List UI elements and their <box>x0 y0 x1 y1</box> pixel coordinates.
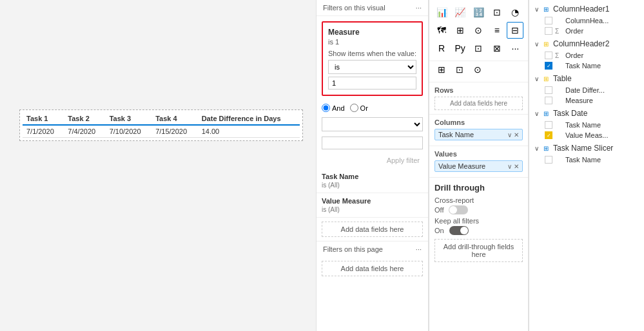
viz-icon-more[interactable]: ··· <box>507 40 523 57</box>
table-icon5: ⊞ <box>542 144 551 153</box>
field-item-taskname2[interactable]: ✓ Task Name <box>529 61 644 71</box>
field-checkbox-order1[interactable] <box>545 27 552 35</box>
field-item-taskname3[interactable]: Task Name <box>529 120 644 130</box>
rows-add-fields[interactable]: Add data fields here <box>434 97 523 110</box>
viz-icon-waterfall[interactable]: ⊡ <box>470 40 487 57</box>
sigma-icon-order2: Σ <box>555 52 563 59</box>
field-checkbox-taskname4[interactable] <box>545 156 552 164</box>
cross-report-toggle-row: Off <box>434 205 523 214</box>
field-checkbox-taskname2[interactable]: ✓ <box>545 62 552 70</box>
and-radio-label[interactable]: And <box>322 104 345 112</box>
chevron-down-icon3: ∨ <box>534 75 539 82</box>
apply-filter-button[interactable]: Apply filter <box>322 155 423 166</box>
viz-icon-funnel[interactable]: ⊞ <box>452 22 469 39</box>
field-checkbox-taskname3[interactable] <box>545 121 552 129</box>
viz-icon-map[interactable]: 🗺 <box>433 22 450 39</box>
value-measure-filter-sub: is (All) <box>322 206 423 213</box>
field-group-table: ∨ ⊞ Table Date Differ... Measure <box>529 72 644 106</box>
drill-through-section: Drill through Cross-report Off Keep all … <box>429 177 528 267</box>
field-name-order1: Order <box>565 27 583 35</box>
field-item-valuemeas[interactable]: ✓ Value Meas... <box>529 130 644 140</box>
field-group-taskdate-label: Task Date <box>553 109 587 118</box>
cross-report-toggle[interactable] <box>449 205 468 214</box>
field-name-order2: Order <box>565 52 583 59</box>
viz-icon-slicer[interactable]: ⊞ <box>433 61 450 78</box>
task-name-filter-section: Task Name is (All) <box>317 169 428 193</box>
measure-filter-subtitle: is 1 <box>328 38 416 46</box>
value-measure-filter-section: Value Measure is (All) <box>317 193 428 218</box>
field-item-measure[interactable]: Measure <box>529 95 644 106</box>
viz-icon-stacked-bar[interactable]: 📊 <box>433 4 450 21</box>
operator-select[interactable]: is is not is less than is greater than i… <box>328 60 416 74</box>
viz-icon-shape[interactable]: ⊠ <box>489 40 505 57</box>
col-task4: Task 4 <box>151 113 198 125</box>
viz-icon-area[interactable]: 🔢 <box>470 4 487 21</box>
field-group-columnheader1-header[interactable]: ∨ ⊞ ColumnHeader1 <box>529 3 644 15</box>
field-checkbox-columnhea[interactable] <box>545 17 552 24</box>
col-task1: Task 1 <box>23 113 64 125</box>
field-checkbox-datediff[interactable] <box>545 86 552 94</box>
task-name-filter-sub: is (All) <box>322 182 423 189</box>
chevron-down-icon: ∨ <box>534 6 539 13</box>
table-row: 7/1/2020 7/4/2020 7/10/2020 7/15/2020 14… <box>23 125 300 138</box>
columns-field-actions[interactable]: ∨ ✕ <box>507 131 519 138</box>
viz-icon-matrix[interactable]: R <box>433 40 450 57</box>
viz-icon-table[interactable]: ⊟ <box>507 22 523 39</box>
and-radio[interactable] <box>322 104 330 112</box>
rows-section: Rows Add data fields here <box>429 82 528 114</box>
viz-icon-card[interactable]: ≡ <box>489 22 505 39</box>
viz-icon-pie[interactable]: ◔ <box>507 4 523 21</box>
viz-icon-line[interactable]: 📈 <box>452 4 469 21</box>
or-radio[interactable] <box>350 104 358 112</box>
col-date-diff: Date Difference in Days <box>198 113 300 125</box>
field-name-columnhea: ColumnHea... <box>565 17 609 24</box>
field-item-columnhea[interactable]: ColumnHea... <box>529 15 644 26</box>
field-item-order2[interactable]: Σ Order <box>529 50 644 61</box>
keep-filters-state: On <box>434 227 444 234</box>
field-group-table-header[interactable]: ∨ ⊞ Table <box>529 72 644 85</box>
field-group-tasknameslicer-label: Task Name Slicer <box>553 144 613 153</box>
add-drillthrough-button[interactable]: Add drill-through fields here <box>434 239 523 262</box>
viz-icon-gauge[interactable]: ⊙ <box>470 22 487 39</box>
or-radio-label[interactable]: Or <box>350 104 368 112</box>
field-checkbox-measure[interactable] <box>545 97 552 104</box>
values-field-actions[interactable]: ∨ ✕ <box>507 163 519 170</box>
filters-on-visual-label: Filters on this visual <box>323 4 385 12</box>
field-checkbox-valuemeas[interactable]: ✓ <box>545 131 552 139</box>
field-group-columnheader2-header[interactable]: ∨ ⊞ ColumnHeader2 <box>529 37 644 50</box>
viz-icon-analytics[interactable]: ⊙ <box>469 61 486 78</box>
viz-icon-scatter[interactable]: ⊡ <box>489 4 505 21</box>
filters-more-icon[interactable]: ··· <box>416 4 422 12</box>
filter-value-input[interactable] <box>328 77 416 90</box>
and-or-row: And Or <box>317 101 428 115</box>
field-group-tasknameslicer-header[interactable]: ∨ ⊞ Task Name Slicer <box>529 142 644 155</box>
chevron-down-icon5: ∨ <box>534 145 539 152</box>
field-name-measure: Measure <box>565 97 593 104</box>
add-data-fields-button[interactable]: Add data fields here <box>322 222 423 237</box>
cell-date-diff: 14.00 <box>198 125 300 138</box>
drill-through-title: Drill through <box>434 183 523 193</box>
viz-icon-treemap[interactable]: Py <box>452 40 469 57</box>
keep-filters-toggle[interactable] <box>449 226 469 235</box>
viz-icon-format[interactable]: ⊡ <box>451 61 468 78</box>
field-name-taskname4: Task Name <box>565 156 601 164</box>
yellow-icon3: ⊞ <box>542 74 551 83</box>
field-name-datediff: Date Differ... <box>565 86 605 94</box>
field-item-datediff[interactable]: Date Differ... <box>529 85 644 95</box>
columns-field-name: Task Name <box>438 131 474 138</box>
columns-section: Columns Task Name ∨ ✕ <box>429 114 528 146</box>
field-name-valuemeas: Value Meas... <box>565 131 608 139</box>
values-label: Values <box>434 150 523 158</box>
keep-filters-thumb <box>460 227 468 234</box>
field-checkbox-order2[interactable] <box>545 52 552 59</box>
add-data-fields-page-button[interactable]: Add data fields here <box>322 261 423 276</box>
field-item-order1[interactable]: Σ Order <box>529 26 644 36</box>
field-group-taskdate-header[interactable]: ∨ ⊞ Task Date <box>529 107 644 120</box>
cell-task3: 7/10/2020 <box>106 125 152 138</box>
viz-icons-grid: 📊 📈 🔢 ⊡ ◔ 🗺 ⊞ ⊙ ≡ ⊟ R Py ⊡ ⊠ ··· <box>429 0 528 61</box>
field-item-taskname4[interactable]: Task Name <box>529 155 644 165</box>
filters-page-more-icon[interactable]: ··· <box>416 245 422 253</box>
second-filter-value-input[interactable] <box>322 137 423 149</box>
second-operator-select[interactable] <box>322 117 423 131</box>
cross-report-label: Cross-report <box>434 196 523 204</box>
